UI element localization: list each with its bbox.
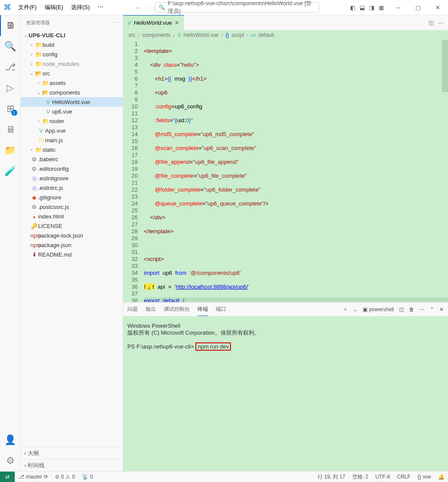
problems-status[interactable]: ⊘0 ⚠0 bbox=[52, 474, 78, 480]
file-main-js[interactable]: JSmain.js bbox=[21, 135, 123, 145]
file-license[interactable]: 🔑LICENSE bbox=[21, 221, 123, 231]
code-editor[interactable]: 1234567891011121314151617181920212223242… bbox=[123, 40, 448, 302]
testing-icon[interactable]: 🧪 bbox=[0, 161, 21, 182]
eol[interactable]: CRLF bbox=[393, 473, 414, 481]
panel-terminal[interactable]: 终端 bbox=[198, 303, 208, 316]
menu-edit[interactable]: 编辑(E) bbox=[41, 2, 67, 13]
terminal-dropdown-icon[interactable]: ⌄ bbox=[353, 306, 357, 313]
command-center[interactable]: 🔍 F:\asp.net\up6-vue-cli\src\components\… bbox=[155, 2, 319, 13]
menu-select[interactable]: 选择(S) bbox=[68, 2, 93, 13]
menu-more[interactable]: ⋯ bbox=[94, 2, 107, 13]
close-icon[interactable]: ✕ bbox=[428, 0, 448, 15]
language-mode[interactable]: {} vue bbox=[414, 473, 435, 481]
file-readme[interactable]: ⬇README.md bbox=[21, 250, 123, 259]
file-up6-vue[interactable]: Vup6.vue bbox=[21, 107, 123, 116]
term-command: npm run dev bbox=[195, 342, 231, 351]
minimap[interactable] bbox=[442, 40, 448, 92]
code-lines[interactable]: <template> <div class="hello"> <h1>{{ ms… bbox=[142, 40, 448, 302]
search-icon: 🔍 bbox=[159, 4, 165, 10]
layout-sidebar-right-icon[interactable]: ◨ bbox=[369, 4, 374, 11]
project-root[interactable]: ⌄UP6-VUE-CLI bbox=[21, 30, 123, 40]
file-editorconfig[interactable]: ⚙.editorconfig bbox=[21, 164, 123, 173]
nav-forward-icon[interactable]: → bbox=[145, 4, 150, 11]
new-terminal-icon[interactable]: ＋ bbox=[343, 306, 348, 313]
folder-router[interactable]: ›📁router bbox=[21, 116, 123, 126]
panel-ports[interactable]: 端口 bbox=[216, 303, 226, 316]
term-prompt-line: PS F:\asp.net\up6-vue-cli> npm run dev bbox=[127, 343, 444, 350]
layout-sidebar-left-icon[interactable]: ◧ bbox=[350, 4, 355, 11]
file-eslintignore[interactable]: ◎.eslintignore bbox=[21, 173, 123, 183]
tab-more-icon[interactable]: ⋯ bbox=[438, 20, 444, 26]
panel-close-icon[interactable]: ✕ bbox=[439, 306, 444, 313]
tab-label: HelloWorld.vue bbox=[134, 20, 172, 26]
ports-status[interactable]: 📡 0 bbox=[78, 474, 97, 480]
settings-icon[interactable]: ⚙ bbox=[0, 450, 21, 471]
scm-icon[interactable]: ⎇ bbox=[0, 57, 21, 78]
folder-components[interactable]: ⌄📂components bbox=[21, 88, 123, 97]
nav-back-icon[interactable]: ← bbox=[136, 4, 141, 11]
folder-static[interactable]: ›📁static bbox=[21, 145, 123, 154]
kill-terminal-icon[interactable]: 🗑 bbox=[409, 306, 414, 313]
encoding[interactable]: UTF-8 bbox=[372, 473, 393, 481]
layout-customize-icon[interactable]: ▦ bbox=[379, 4, 384, 11]
folder-build[interactable]: ›📁build bbox=[21, 40, 123, 49]
panel-tabs: 问题 输出 调试控制台 终端 端口 ＋ ⌄ ▣ powershell ◫ 🗑 ⋯… bbox=[123, 303, 448, 316]
panel: 问题 输出 调试控制台 终端 端口 ＋ ⌄ ▣ powershell ◫ 🗑 ⋯… bbox=[123, 302, 448, 471]
activity-bar: 🗎 🔍 ⎇ ▷ ⊞1 🖥 📁 🧪 👤 ⚙ bbox=[0, 15, 21, 471]
tab-close-icon[interactable]: ✕ bbox=[175, 20, 179, 26]
panel-more-icon[interactable]: ⋯ bbox=[419, 306, 425, 313]
file-package[interactable]: npmpackage.json bbox=[21, 240, 123, 250]
file-postcssrc[interactable]: ⚙.postcssrc.js bbox=[21, 202, 123, 212]
term-line: 版权所有 (C) Microsoft Corporation。保留所有权利。 bbox=[127, 329, 444, 336]
file-babelrc[interactable]: ⚙.babelrc bbox=[21, 154, 123, 164]
history-nav: ← → bbox=[133, 4, 153, 11]
debug-icon[interactable]: ▷ bbox=[0, 78, 21, 98]
file-gitignore[interactable]: ◆.gitignore bbox=[21, 192, 123, 202]
timeline-section[interactable]: › 时间线 bbox=[21, 459, 123, 471]
sidebar: 资源管理器 ⋯ ⌄UP6-VUE-CLI ›📁build ›📁config ›📁… bbox=[21, 15, 123, 471]
file-helloworld-vue[interactable]: VHelloWorld.vue bbox=[21, 97, 123, 107]
tab-helloworld[interactable]: V HelloWorld.vue ✕ bbox=[123, 15, 184, 30]
status-bar: ⇄ ⎇ master ⟳ ⊘0 ⚠0 📡 0 行 19, 列 17 空格: 2 … bbox=[0, 471, 448, 482]
cursor-position[interactable]: 行 19, 列 17 bbox=[314, 473, 349, 481]
panel-debug[interactable]: 调试控制台 bbox=[164, 303, 190, 316]
accounts-icon[interactable]: 👤 bbox=[0, 430, 21, 450]
file-tree[interactable]: ⌄UP6-VUE-CLI ›📁build ›📁config ›📁node_mod… bbox=[21, 30, 123, 447]
search-view-icon[interactable]: 🔍 bbox=[0, 36, 21, 57]
notifications-icon[interactable]: 🔔 bbox=[435, 473, 448, 481]
indentation[interactable]: 空格: 2 bbox=[349, 473, 372, 481]
file-index-html[interactable]: ⬥index.html bbox=[21, 212, 123, 221]
file-app-vue[interactable]: VApp.vue bbox=[21, 126, 123, 135]
terminal[interactable]: Windows PowerShell 版权所有 (C) Microsoft Co… bbox=[123, 316, 448, 471]
panel-maximize-icon[interactable]: ⌃ bbox=[430, 306, 434, 313]
badge-count: 1 bbox=[11, 110, 17, 116]
folder-node-modules[interactable]: ›📁node_modules bbox=[21, 59, 123, 68]
folder-icon[interactable]: 📁 bbox=[0, 140, 21, 161]
folder-assets[interactable]: ›📁assets bbox=[21, 78, 123, 88]
minimize-icon[interactable]: ─ bbox=[388, 0, 408, 15]
git-branch[interactable]: ⎇ master ⟳ bbox=[15, 474, 52, 480]
extensions-icon[interactable]: ⊞1 bbox=[0, 98, 21, 119]
editor-tabs: V HelloWorld.vue ✕ ◫ ⋯ bbox=[123, 15, 448, 30]
folder-config[interactable]: ›📁config bbox=[21, 49, 123, 59]
menu-file[interactable]: 文件(F) bbox=[15, 2, 40, 13]
outline-section[interactable]: › 大纲 bbox=[21, 447, 123, 459]
layout-panel-icon[interactable]: ⬓ bbox=[360, 4, 365, 11]
panel-problems[interactable]: 问题 bbox=[127, 303, 138, 316]
explorer-header: 资源管理器 ⋯ bbox=[21, 15, 123, 30]
file-eslintrc[interactable]: ◎.eslintrc.js bbox=[21, 183, 123, 192]
panel-output[interactable]: 输出 bbox=[146, 303, 156, 316]
remote-indicator[interactable]: ⇄ bbox=[0, 472, 15, 482]
breadcrumb[interactable]: src› components› VHelloWorld.vue› {}scri… bbox=[123, 30, 448, 40]
split-editor-icon[interactable]: ◫ bbox=[429, 20, 434, 26]
maximize-icon[interactable]: ▢ bbox=[408, 0, 428, 15]
split-terminal-icon[interactable]: ◫ bbox=[399, 306, 404, 313]
explorer-icon[interactable]: 🗎 bbox=[0, 15, 21, 36]
remote-icon[interactable]: 🖥 bbox=[0, 119, 21, 140]
editor-area: V HelloWorld.vue ✕ ◫ ⋯ src› components› … bbox=[123, 15, 448, 471]
folder-src[interactable]: ⌄📂src bbox=[21, 68, 123, 78]
layout-controls: ◧ ⬓ ◨ ▦ bbox=[346, 4, 388, 11]
terminal-shell-label[interactable]: ▣ powershell bbox=[363, 306, 394, 313]
file-package-lock[interactable]: npmpackage-lock.json bbox=[21, 231, 123, 240]
explorer-more-icon[interactable]: ⋯ bbox=[113, 20, 117, 26]
